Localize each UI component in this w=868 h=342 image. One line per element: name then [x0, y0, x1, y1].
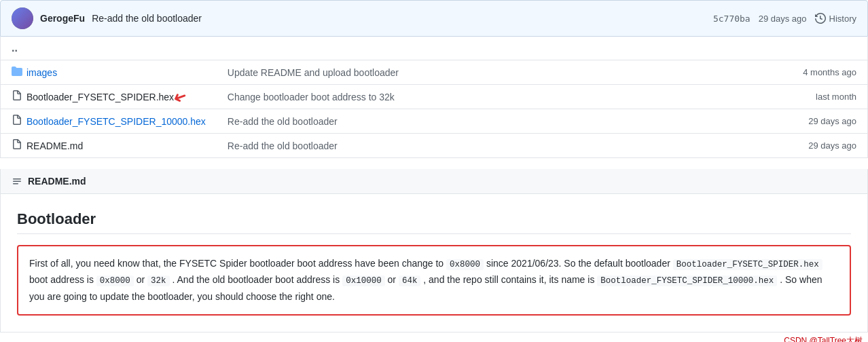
- file-commit: Re-add the old bootloader: [217, 109, 685, 134]
- file-icon: [12, 90, 22, 103]
- file-name: Bootloader_FYSETC_SPIDER.hex: [26, 92, 174, 102]
- commit-author[interactable]: GerogeFu: [40, 13, 85, 24]
- history-label: History: [829, 14, 856, 24]
- file-name-cell: README.md: [1, 134, 217, 158]
- arrow-annotation: ➜: [170, 86, 189, 108]
- file-time: 29 days ago: [685, 134, 868, 158]
- commit-sha[interactable]: 5c770ba: [713, 14, 751, 24]
- folder-icon: [12, 66, 22, 79]
- commit-message: Re-add the old bootloader: [92, 13, 202, 24]
- file-name-cell: Bootloader_FYSETC_SPIDER.hex ➜: [1, 85, 217, 109]
- avatar: [12, 7, 33, 29]
- file-time: [685, 37, 868, 60]
- readme-box: First of all, you need know that, the FY…: [17, 245, 851, 316]
- table-row: Bootloader_FYSETC_SPIDER_10000.hex Re-ad…: [1, 109, 868, 134]
- parent-dir[interactable]: ..: [12, 42, 18, 54]
- file-name-cell: images: [1, 60, 217, 85]
- commit-header: GerogeFu Re-add the old bootloader 5c770…: [0, 0, 868, 37]
- history-icon: [815, 13, 826, 24]
- file-name-cell: ..: [1, 37, 217, 60]
- commit-info-left: GerogeFu Re-add the old bootloader: [12, 7, 202, 29]
- file-commit: Re-add the old bootloader: [217, 134, 685, 158]
- readme-header: README.md: [0, 169, 868, 194]
- readme-header-label: README.md: [28, 176, 86, 187]
- file-commit: [217, 37, 685, 60]
- file-icon: [12, 115, 22, 128]
- watermark: CSDN @TallTree大树: [0, 332, 868, 342]
- table-row: Bootloader_FYSETC_SPIDER.hex ➜ Change bo…: [1, 85, 868, 109]
- folder-link[interactable]: images: [26, 67, 57, 78]
- file-time: 4 months ago: [685, 60, 868, 85]
- table-row: images Update README and upload bootload…: [1, 60, 868, 85]
- file-commit: Change bootloader boot address to 32k: [217, 85, 685, 109]
- file-time: last month: [685, 85, 868, 109]
- file-commit: Update README and upload bootloader: [217, 60, 685, 85]
- file-icon: [12, 139, 22, 152]
- readme-title: Bootloader: [17, 210, 851, 234]
- table-row: ..: [1, 37, 868, 60]
- file-name: README.md: [26, 140, 83, 151]
- history-button[interactable]: History: [815, 13, 856, 24]
- commit-time: 29 days ago: [759, 14, 807, 24]
- file-name-cell: Bootloader_FYSETC_SPIDER_10000.hex: [1, 109, 217, 134]
- readme-content: Bootloader First of all, you need know t…: [0, 194, 868, 332]
- file-time: 29 days ago: [685, 109, 868, 134]
- file-table: .. images Update README and upload bootl…: [0, 37, 868, 158]
- table-row: README.md Re-add the old bootloader 29 d…: [1, 134, 868, 158]
- commit-info-right: 5c770ba 29 days ago History: [713, 13, 856, 24]
- file-link[interactable]: Bootloader_FYSETC_SPIDER_10000.hex: [26, 116, 206, 127]
- list-icon: [12, 176, 22, 187]
